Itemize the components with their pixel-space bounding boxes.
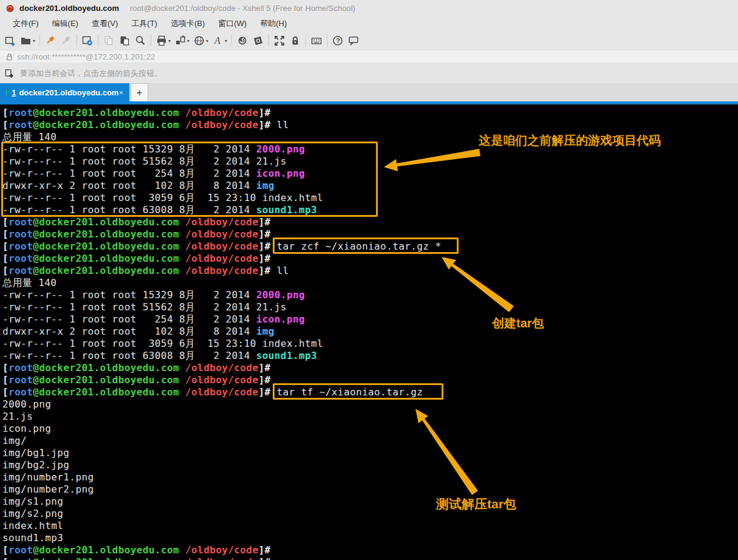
menu-item-view[interactable]: 查看(V) [85,16,125,32]
terminal-line: -rw-r--r-- 1 root root 3059 6月 15 23:10 … [2,192,738,204]
screen-layout-icon [174,35,186,47]
window-title-session: docker201.oldboyedu.com [19,4,119,13]
help-icon: ? [332,35,344,47]
terminal-line: [root@docker201.oldboyedu.com /oldboy/co… [2,544,738,556]
session-properties-icon [81,35,94,47]
toolbar-separator [77,35,77,47]
copy-button[interactable] [101,33,117,49]
terminal-line: 21.js [2,411,738,423]
connect-button[interactable] [43,33,58,49]
toolbar-separator [306,35,306,47]
menu-item-window[interactable]: 窗口(W) [211,16,253,32]
menu-item-file[interactable]: 文件(F) [6,16,46,32]
lock-screen-icon [289,35,301,47]
terminal-line: -rw-r--r-- 1 root root 254 8月 2 2014 ico… [2,313,738,326]
xftp-transfer-button[interactable] [250,33,266,49]
title-bar: docker201.oldboyedu.com root@docker201:/… [0,0,738,16]
disconnect-button[interactable] [58,33,74,49]
copy-icon [103,35,115,47]
terminal-line: [root@docker201.oldboyedu.com /oldboy/co… [2,241,738,253]
terminal-line: [root@docker201.oldboyedu.com /oldboy/co… [2,228,738,241]
terminal-line: -rw-r--r-- 1 root root 3059 6月 15 23:10 … [2,338,738,350]
info-bar-message: 要添加当前会话，点击左侧的箭头按钮。 [20,68,162,79]
chevron-down-icon: ▾ [206,38,208,44]
terminal-line: [root@docker201.oldboyedu.com /oldboy/co… [2,374,738,386]
terminal-line: -rw-r--r-- 1 root root 15329 8月 2 2014 2… [2,143,738,155]
add-session-arrow-icon [4,68,15,78]
svg-text:?: ? [336,37,340,44]
terminal-line: img/s1.png [2,496,738,508]
xshell-logo-icon [5,4,15,13]
tab-label: docker201.oldboyedu.com [19,88,118,97]
xagent-button[interactable] [234,33,250,49]
terminal-line: 总用量 140 [2,277,738,289]
terminal-line: [root@docker201.oldboyedu.com /oldboy/co… [2,119,738,131]
terminal-line: [root@docker201.oldboyedu.com /oldboy/co… [2,265,738,277]
open-session-button[interactable]: ▾ [18,33,37,49]
menu-item-tools[interactable]: 工具(T) [125,16,164,32]
web-browser-button[interactable]: ▾ [191,33,210,49]
info-bar: 要添加当前会话，点击左侧的箭头按钮。 [0,63,738,83]
tab-close-icon[interactable]: × [118,88,123,97]
fullscreen-button[interactable] [272,33,287,49]
toolbar-separator [268,35,269,47]
web-browser-icon [193,35,205,47]
terminal-line: -rw-r--r-- 1 root root 63008 8月 2 2014 s… [2,204,738,216]
help-button[interactable]: ? [330,33,346,49]
terminal-lines: [root@docker201.oldboyedu.com /oldboy/co… [0,104,738,560]
lock-screen-button[interactable] [287,33,303,49]
new-session-icon [4,35,16,47]
chevron-down-icon: ▾ [225,38,227,44]
toolbar-separator [39,35,40,47]
feedback-button[interactable] [346,33,361,49]
terminal-line: img/s2.png [2,508,738,520]
menu-item-help[interactable]: 帮助(H) [253,16,293,32]
terminal-line: [root@docker201.oldboyedu.com /oldboy/co… [2,386,738,398]
terminal-line: icon.png [2,423,738,435]
chevron-down-icon: ▾ [33,38,35,44]
fullscreen-icon [273,35,285,47]
terminal-line: [root@docker201.oldboyedu.com /oldboy/co… [2,216,738,228]
font-button[interactable]: A ▾ [210,33,229,49]
session-url: ssh://root:***********@172.200.1.201:22 [17,52,155,61]
terminal-line: [root@docker201.oldboyedu.com /oldboy/co… [2,556,738,560]
tab-bar: 1 docker201.oldboyedu.com × + [0,83,738,101]
print-icon [155,35,168,47]
address-bar[interactable]: ssh://root:***********@172.200.1.201:22 [0,50,738,63]
terminal-line: -rw-r--r-- 1 root root 15329 8月 2 2014 2… [2,289,738,301]
terminal-line: img/number1.png [2,471,738,483]
terminal-line: 总用量 140 [2,131,738,143]
new-session-button[interactable] [2,33,18,49]
terminal-line: sound1.mp3 [2,532,738,544]
terminal-line: index.html [2,520,738,532]
connect-icon [44,35,56,47]
paste-button[interactable] [117,33,132,49]
terminal-line: img/ [2,435,738,447]
disconnect-icon [60,35,72,47]
terminal-line: -rw-r--r-- 1 root root 63008 8月 2 2014 s… [2,350,738,362]
tab-session-active[interactable]: 1 docker201.oldboyedu.com × [0,83,129,101]
session-properties-button[interactable] [80,33,95,49]
terminal-line: 2000.png [2,398,738,411]
find-button[interactable] [132,33,148,49]
menu-item-edit[interactable]: 编辑(E) [46,16,85,32]
xftp-transfer-icon [252,35,264,47]
window-title-rest: root@docker201:/oldboy/code - Xshell 5 (… [130,4,355,13]
menu-item-tabs[interactable]: 选项卡(B) [164,16,211,32]
screen-layout-button[interactable]: ▾ [173,33,191,49]
toolbar-separator [98,35,98,47]
terminal-line: drwxr-xr-x 2 root root 102 8月 8 2014 img [2,180,738,192]
terminal-line: img/bg2.jpg [2,459,738,471]
new-tab-button[interactable]: + [131,83,148,101]
font-icon: A [212,35,224,47]
svg-text:A: A [214,35,220,46]
virtual-keyboard-icon [310,35,323,47]
terminal-screen[interactable]: [root@docker201.oldboyedu.com /oldboy/co… [0,104,738,560]
virtual-keyboard-button[interactable] [309,33,324,49]
terminal-line: -rw-r--r-- 1 root root 51562 8月 2 2014 2… [2,301,738,313]
terminal-line: img/bg1.jpg [2,447,738,459]
toolbar-separator [327,35,327,47]
open-session-icon [20,35,32,47]
print-button[interactable]: ▾ [154,33,173,49]
terminal-line: -rw-r--r-- 1 root root 254 8月 2 2014 ico… [2,168,738,180]
